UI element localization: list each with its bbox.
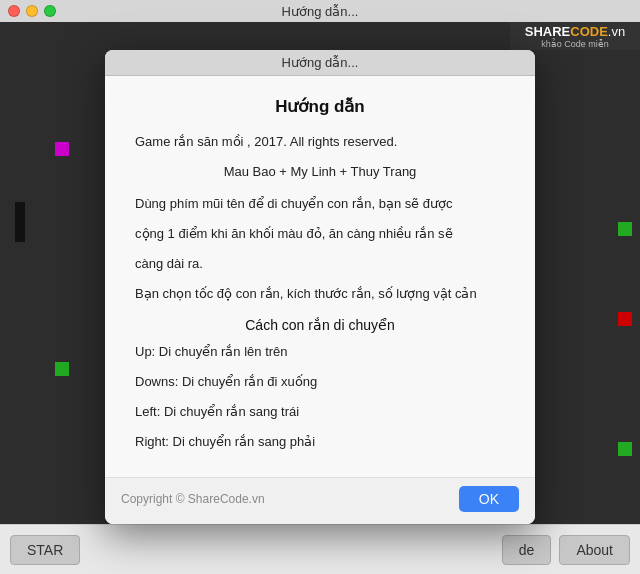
down-instruction: Downs: Di chuyển rắn đi xuống bbox=[135, 371, 505, 393]
right-instruction: Right: Di chuyển rắn sang phải bbox=[135, 431, 505, 453]
traffic-lights bbox=[8, 5, 56, 17]
desc-line-3: càng dài ra. bbox=[135, 253, 505, 275]
dialog-overlay: Hướng dẫn... Hướng dẫn Game rắn săn mồi … bbox=[0, 22, 640, 552]
authors-line: Mau Bao + My Linh + Thuy Trang bbox=[135, 161, 505, 183]
ok-button[interactable]: OK bbox=[459, 486, 519, 512]
dialog-heading: Hướng dẫn bbox=[135, 96, 505, 117]
minimize-button[interactable] bbox=[26, 5, 38, 17]
title-bar: Hướng dẫn... bbox=[0, 0, 640, 22]
left-instruction: Left: Di chuyển rắn sang trái bbox=[135, 401, 505, 423]
dialog-window-title: Hướng dẫn... bbox=[282, 55, 359, 70]
maximize-button[interactable] bbox=[44, 5, 56, 17]
desc-line-1: Dùng phím mũi tên để di chuyển con rắn, … bbox=[135, 193, 505, 215]
copyright-line: Game rắn săn mồi , 2017. All rights rese… bbox=[135, 131, 505, 153]
desc-line-4: Bạn chọn tốc độ con rắn, kích thước rắn,… bbox=[135, 283, 505, 305]
window-title: Hướng dẫn... bbox=[282, 4, 359, 19]
help-dialog: Hướng dẫn... Hướng dẫn Game rắn săn mồi … bbox=[105, 50, 535, 525]
section-title: Cách con rắn di chuyển bbox=[135, 317, 505, 333]
dialog-body: Hướng dẫn Game rắn săn mồi , 2017. All r… bbox=[105, 76, 535, 478]
desc-line-2: cộng 1 điểm khi ăn khối màu đỏ, ăn càng … bbox=[135, 223, 505, 245]
footer-copyright: Copyright © ShareCode.vn bbox=[121, 492, 265, 506]
dialog-footer: Copyright © ShareCode.vn OK bbox=[105, 477, 535, 524]
close-button[interactable] bbox=[8, 5, 20, 17]
dialog-title-bar: Hướng dẫn... bbox=[105, 50, 535, 76]
up-instruction: Up: Di chuyển rắn lên trên bbox=[135, 341, 505, 363]
